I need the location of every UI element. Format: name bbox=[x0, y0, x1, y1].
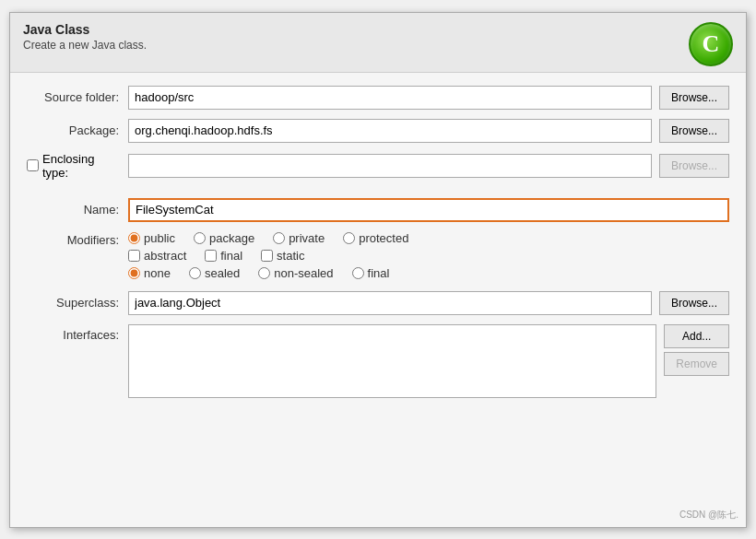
modifier-none: none bbox=[128, 266, 171, 280]
dialog-body: Source folder: Browse... Package: Browse… bbox=[10, 73, 746, 420]
enclosing-type-checkbox[interactable] bbox=[27, 159, 39, 171]
source-folder-browse-button[interactable]: Browse... bbox=[659, 86, 729, 110]
modifier-none-radio[interactable] bbox=[128, 267, 140, 279]
modifier-non-sealed-label: non-sealed bbox=[274, 266, 333, 280]
access-modifiers-row: public package private protected bbox=[128, 231, 729, 245]
modifier-package: package bbox=[194, 231, 254, 245]
modifiers-section: Modifiers: public package bbox=[27, 231, 729, 284]
superclass-input[interactable] bbox=[128, 291, 652, 315]
interfaces-row: Interfaces: Add... Remove bbox=[27, 324, 729, 398]
modifier-abstract-checkbox[interactable] bbox=[128, 250, 140, 262]
source-folder-input[interactable] bbox=[128, 86, 652, 110]
enclosing-type-input[interactable] bbox=[128, 154, 652, 178]
modifier-non-sealed-radio[interactable] bbox=[258, 267, 270, 279]
modifier-sealed-label: sealed bbox=[205, 266, 240, 280]
interfaces-label: Interfaces: bbox=[27, 324, 128, 342]
name-label: Name: bbox=[27, 203, 128, 217]
package-row: Package: Browse... bbox=[27, 119, 729, 143]
modifier-final-radio-label: final bbox=[368, 266, 390, 280]
modifier-package-label: package bbox=[209, 231, 254, 245]
modifier-final-check: final bbox=[205, 249, 242, 263]
package-browse-button[interactable]: Browse... bbox=[659, 119, 729, 143]
name-row: Name: bbox=[27, 198, 729, 222]
package-label: Package: bbox=[27, 123, 128, 137]
modifier-final-check-label: final bbox=[220, 249, 242, 263]
interfaces-buttons: Add... Remove bbox=[664, 324, 729, 376]
modifier-final-radio-input[interactable] bbox=[352, 267, 364, 279]
modifier-public: public bbox=[128, 231, 175, 245]
modifier-static: static bbox=[261, 249, 304, 263]
header-left: Java Class Create a new Java class. bbox=[23, 22, 147, 52]
modifier-final-radio: final bbox=[352, 266, 390, 280]
modifiers-label: Modifiers: bbox=[27, 231, 128, 247]
watermark: CSDN @陈七. bbox=[679, 509, 738, 521]
java-class-dialog: Java Class Create a new Java class. C So… bbox=[9, 12, 747, 528]
modifier-protected-radio[interactable] bbox=[343, 232, 355, 244]
modifier-static-checkbox[interactable] bbox=[261, 250, 273, 262]
modifier-package-radio[interactable] bbox=[194, 232, 206, 244]
dialog-title: Java Class bbox=[23, 22, 147, 37]
package-input[interactable] bbox=[128, 119, 652, 143]
superclass-label: Superclass: bbox=[27, 296, 128, 310]
enclosing-type-browse-button[interactable]: Browse... bbox=[659, 154, 729, 178]
modifier-protected: protected bbox=[343, 231, 408, 245]
modifier-non-sealed: non-sealed bbox=[258, 266, 333, 280]
interfaces-input[interactable] bbox=[128, 324, 656, 398]
dialog-subtitle: Create a new Java class. bbox=[23, 39, 147, 52]
superclass-browse-button[interactable]: Browse... bbox=[659, 291, 729, 315]
modifier-private-radio[interactable] bbox=[273, 232, 285, 244]
modifier-private-label: private bbox=[289, 231, 325, 245]
modifier-private: private bbox=[273, 231, 325, 245]
enclosing-type-row: Enclosing type: Browse... bbox=[27, 152, 729, 180]
modifier-protected-label: protected bbox=[359, 231, 408, 245]
modifier-public-radio[interactable] bbox=[128, 232, 140, 244]
modifier-sealed: sealed bbox=[189, 266, 240, 280]
inheritance-modifiers-row: none sealed non-sealed final bbox=[128, 266, 729, 280]
modifiers-content: public package private protected bbox=[128, 231, 729, 284]
modifier-static-label: static bbox=[277, 249, 304, 263]
modifier-public-label: public bbox=[144, 231, 175, 245]
modifier-none-label: none bbox=[144, 266, 171, 280]
eclipse-logo: C bbox=[689, 22, 733, 66]
enclosing-type-label: Enclosing type: bbox=[42, 152, 119, 180]
modifier-abstract-label: abstract bbox=[144, 249, 186, 263]
source-folder-label: Source folder: bbox=[27, 90, 128, 104]
interfaces-add-button[interactable]: Add... bbox=[664, 324, 729, 348]
source-folder-row: Source folder: Browse... bbox=[27, 86, 729, 110]
superclass-row: Superclass: Browse... bbox=[27, 291, 729, 315]
modifier-sealed-radio[interactable] bbox=[189, 267, 201, 279]
modifier-abstract: abstract bbox=[128, 249, 186, 263]
interfaces-remove-button: Remove bbox=[664, 352, 729, 376]
modifiers-row: Modifiers: public package bbox=[27, 231, 729, 284]
name-input[interactable] bbox=[128, 198, 729, 222]
modifier-final-checkbox[interactable] bbox=[205, 250, 217, 262]
kind-modifiers-row: abstract final static bbox=[128, 249, 729, 263]
enclosing-label-group: Enclosing type: bbox=[27, 152, 128, 180]
dialog-header: Java Class Create a new Java class. C bbox=[10, 13, 746, 73]
